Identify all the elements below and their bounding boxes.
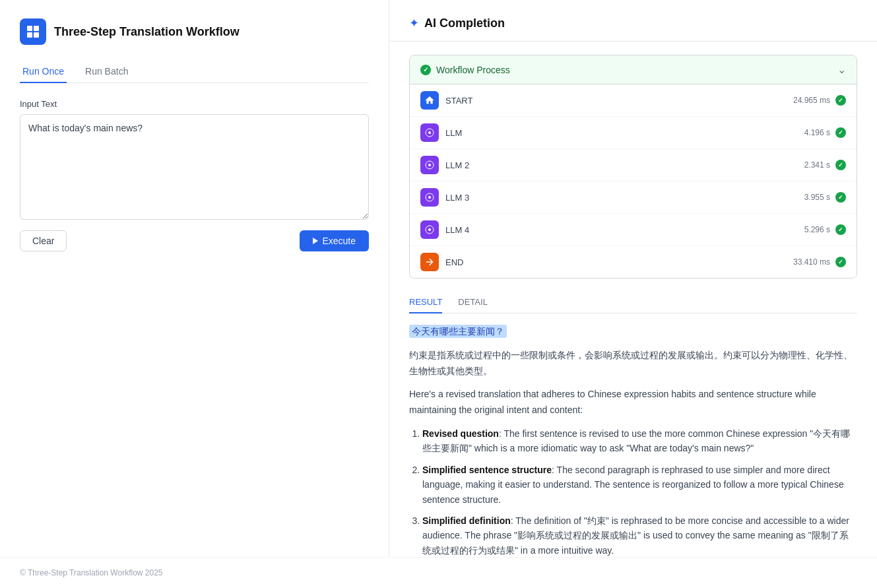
step-icon-start <box>420 91 439 110</box>
step-name-llm3: LLM 3 <box>445 193 469 203</box>
step-name-start: START <box>445 96 472 106</box>
play-icon <box>313 238 318 244</box>
step-name-llm4: LLM 4 <box>445 225 469 235</box>
app-header: Three-Step Translation Workflow <box>20 18 369 45</box>
result-tab-bar: RESULT DETAIL <box>409 292 857 313</box>
right-panel: ✦ AI Completion Workflow Process ⌄ <box>389 0 877 557</box>
right-header: ✦ AI Completion <box>389 0 877 42</box>
result-content: 今天有哪些主要新闻？ 约束是指系统或过程中的一些限制或条件，会影响系统或过程的发… <box>409 324 857 557</box>
list-item-1: Revised question: The first sentence is … <box>422 426 857 456</box>
step-left: END <box>420 253 463 271</box>
result-para1: 约束是指系统或过程中的一些限制或条件，会影响系统或过程的发展或输出。约束可以分为… <box>409 348 857 379</box>
ai-icon: ✦ <box>409 16 419 30</box>
step-right: 24.965 ms <box>793 95 846 106</box>
svg-rect-0 <box>27 26 32 31</box>
step-row: LLM 4 5.296 s <box>410 214 857 246</box>
workflow-title: Workflow Process <box>436 65 510 75</box>
step-check-llm1 <box>835 127 846 138</box>
workflow-status-dot <box>420 65 431 75</box>
workflow-header-left: Workflow Process <box>420 65 510 75</box>
step-check-llm3 <box>835 192 846 203</box>
workflow-header: Workflow Process ⌄ <box>410 55 857 84</box>
step-right: 2.341 s <box>804 160 846 170</box>
step-right: 33.410 ms <box>793 257 846 267</box>
list-item-3: Simplified definition: The definition of… <box>422 513 857 557</box>
step-icon-llm1 <box>420 123 439 142</box>
tab-run-batch[interactable]: Run Batch <box>82 61 131 83</box>
step-left: START <box>420 91 472 110</box>
list-item-2-title: Simplified sentence structure <box>422 465 552 475</box>
step-name-llm2: LLM 2 <box>445 160 469 170</box>
app-icon <box>20 18 46 45</box>
svg-point-9 <box>428 196 431 199</box>
list-item-2: Simplified sentence structure: The secon… <box>422 463 857 507</box>
tab-result[interactable]: RESULT <box>409 292 442 313</box>
step-left: LLM 2 <box>420 156 469 174</box>
workflow-panel: Workflow Process ⌄ START <box>409 55 857 278</box>
step-row: LLM 3 3.955 s <box>410 181 857 214</box>
tab-bar: Run Once Run Batch <box>20 61 369 83</box>
svg-point-11 <box>428 228 431 231</box>
step-time-end: 33.410 ms <box>793 257 830 267</box>
svg-point-5 <box>428 131 431 134</box>
result-highlighted-para: 今天有哪些主要新闻？ <box>409 324 857 340</box>
svg-point-7 <box>428 164 431 166</box>
step-row: LLM 2 2.341 s <box>410 149 857 181</box>
highlighted-text: 今天有哪些主要新闻？ <box>409 325 507 338</box>
step-left: LLM 3 <box>420 188 469 207</box>
step-left: LLM 4 <box>420 220 469 239</box>
step-time-llm4: 5.296 s <box>804 225 830 234</box>
step-check-llm4 <box>835 224 846 235</box>
clear-button[interactable]: Clear <box>20 230 67 251</box>
input-label: Input Text <box>20 99 369 109</box>
right-title: AI Completion <box>424 16 505 30</box>
step-row: END 33.410 ms <box>410 246 857 278</box>
step-right: 3.955 s <box>804 192 846 203</box>
step-time-llm3: 3.955 s <box>804 193 830 202</box>
execute-button[interactable]: Execute <box>300 230 369 251</box>
workflow-steps: START 24.965 ms LLM <box>410 84 857 278</box>
chevron-down-icon[interactable]: ⌄ <box>837 63 846 76</box>
action-bar: Clear Execute <box>20 230 369 251</box>
step-check-end <box>835 257 846 267</box>
step-time-llm1: 4.196 s <box>804 128 830 137</box>
step-check-start <box>835 95 846 106</box>
step-icon-llm4 <box>420 220 439 239</box>
step-name-end: END <box>445 257 463 267</box>
step-icon-llm2 <box>420 156 439 174</box>
step-row: LLM 4.196 s <box>410 117 857 149</box>
result-list: Revised question: The first sentence is … <box>409 426 857 557</box>
app-logo-icon <box>25 24 41 40</box>
right-content: Workflow Process ⌄ START <box>389 42 877 557</box>
svg-rect-1 <box>34 26 39 31</box>
list-item-3-title: Simplified definition <box>422 515 511 526</box>
svg-rect-2 <box>27 32 32 38</box>
step-right: 4.196 s <box>804 127 846 138</box>
svg-rect-3 <box>34 32 39 38</box>
footer: © Three-Step Translation Workflow 2025 <box>0 557 877 588</box>
step-left: LLM <box>420 123 462 142</box>
left-panel: Three-Step Translation Workflow Run Once… <box>0 0 389 557</box>
step-name-llm1: LLM <box>445 128 462 138</box>
step-time-start: 24.965 ms <box>793 96 830 105</box>
tab-run-once[interactable]: Run Once <box>20 61 67 83</box>
step-check-llm2 <box>835 160 846 170</box>
step-time-llm2: 2.341 s <box>804 160 830 170</box>
step-right: 5.296 s <box>804 224 846 235</box>
tab-detail[interactable]: DETAIL <box>458 292 488 313</box>
input-textarea[interactable]: What is today's main news? <box>20 114 369 220</box>
step-icon-end <box>420 253 439 271</box>
step-icon-llm3 <box>420 188 439 207</box>
app-title: Three-Step Translation Workflow <box>54 25 240 39</box>
list-item-1-title: Revised question <box>422 428 499 439</box>
step-row: START 24.965 ms <box>410 84 857 117</box>
result-para2: Here's a revised translation that adhere… <box>409 387 857 418</box>
footer-text: © Three-Step Translation Workflow 2025 <box>20 568 163 577</box>
